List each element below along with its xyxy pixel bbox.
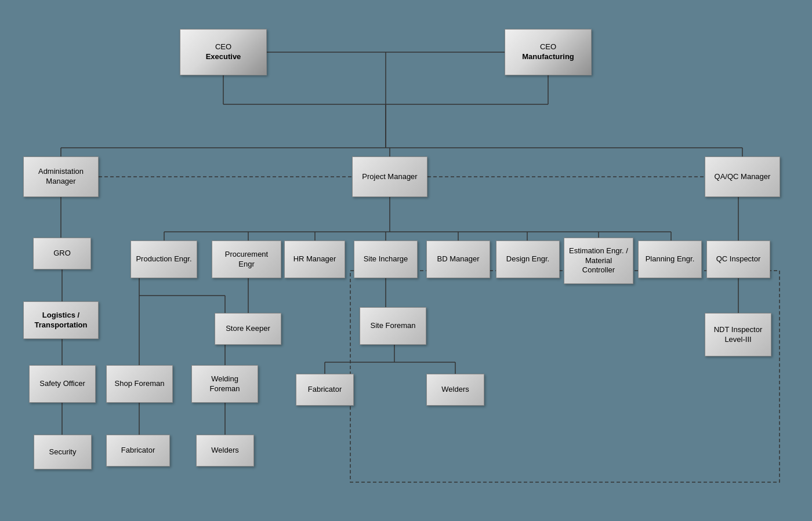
node-label: Planning Engr. — [646, 254, 695, 264]
node-ceo-executive: CEOExecutive — [180, 29, 267, 75]
node-site-foreman: Site Foreman — [360, 307, 426, 345]
node-store-keeper: Store Keeper — [215, 313, 281, 345]
node-estimation-engr: Estimation Engr. / Material Controller — [564, 238, 633, 284]
node-label: Welders — [441, 385, 469, 395]
node-label: Safety Officer — [39, 379, 85, 389]
node-design-engr: Design Engr. — [496, 241, 560, 278]
node-label: Estimation Engr. / Material Controller — [569, 246, 628, 276]
node-label: Administation Manager — [28, 167, 93, 187]
node-label: Site Foreman — [370, 321, 415, 331]
node-site-incharge: Site Incharge — [354, 241, 418, 278]
node-project-manager: Project Manager — [352, 156, 427, 197]
node-label: NDT Inspector Level-III — [710, 325, 766, 345]
node-label: Store Keeper — [226, 324, 270, 334]
node-admin-manager: Administation Manager — [23, 156, 99, 197]
node-ceo-manufacturing: CEOManufacturing — [505, 29, 592, 75]
node-welders-bottom: Welders — [196, 435, 254, 467]
node-safety-officer: Safety Officer — [29, 365, 96, 403]
node-label: Security — [49, 447, 77, 457]
node-welders-right: Welders — [426, 374, 484, 406]
node-ndt-inspector: NDT Inspector Level-III — [705, 313, 771, 356]
node-security: Security — [34, 435, 92, 469]
node-label: Procurement Engr — [217, 250, 276, 269]
svg-rect-34 — [350, 271, 780, 482]
node-label: Site Incharge — [364, 254, 408, 264]
node-welding-foreman: Welding Foreman — [191, 365, 258, 403]
node-gro: GRO — [33, 238, 91, 269]
node-label: Logistics /Transportation — [34, 311, 87, 330]
node-label: Project Manager — [362, 172, 417, 182]
node-fabricator-right: Fabricator — [296, 374, 354, 406]
node-planning-engr: Planning Engr. — [638, 241, 702, 278]
node-qa-qc-manager: QA/QC Manager — [705, 156, 780, 197]
node-label: BD Manager — [437, 254, 480, 264]
node-procurement-engr: Procurement Engr — [212, 241, 281, 278]
node-production-engr: Production Engr. — [130, 241, 197, 278]
node-shop-foreman: Shop Foreman — [106, 365, 173, 403]
node-label: QC Inspector — [716, 254, 761, 264]
node-label: Fabricator — [121, 446, 155, 456]
node-label: Welders — [211, 446, 238, 456]
node-label: Welding Foreman — [197, 374, 253, 394]
node-qc-inspector: QC Inspector — [706, 241, 770, 278]
node-label: QA/QC Manager — [715, 172, 771, 182]
node-label: GRO — [53, 249, 71, 258]
node-label: Shop Foreman — [115, 379, 165, 389]
node-label: Design Engr. — [506, 254, 549, 264]
node-fabricator-bottom: Fabricator — [106, 435, 170, 467]
node-label: CEOExecutive — [206, 42, 241, 62]
node-bd-manager: BD Manager — [426, 241, 490, 278]
node-logistics: Logistics /Transportation — [23, 301, 99, 339]
node-label: HR Manager — [293, 254, 336, 264]
node-label: CEOManufacturing — [522, 42, 574, 62]
node-hr-manager: HR Manager — [284, 241, 345, 278]
node-label: Fabricator — [308, 385, 342, 395]
node-label: Production Engr. — [136, 254, 191, 264]
org-chart: CEOExecutive CEOManufacturing Administat… — [0, 0, 812, 521]
